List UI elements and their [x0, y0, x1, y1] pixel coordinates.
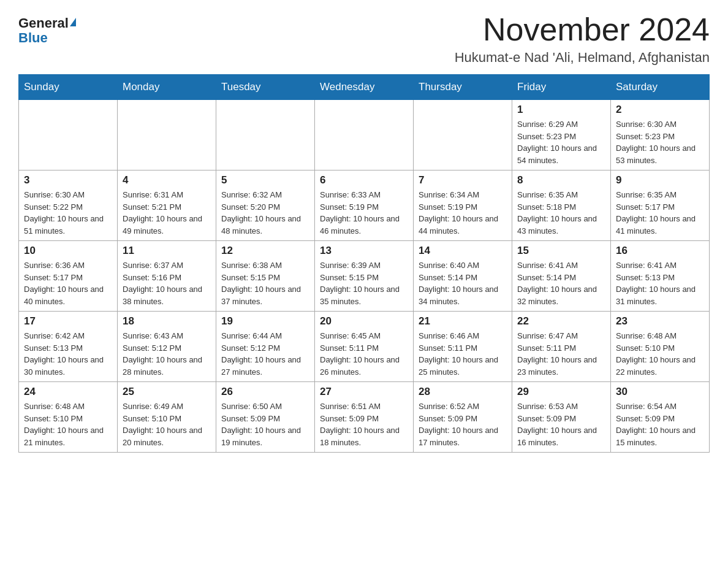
calendar-cell: 22Sunrise: 6:47 AM Sunset: 5:11 PM Dayli…	[512, 312, 611, 382]
calendar-cell: 27Sunrise: 6:51 AM Sunset: 5:09 PM Dayli…	[315, 382, 414, 453]
calendar-cell	[216, 100, 315, 170]
day-info: Sunrise: 6:41 AM Sunset: 5:14 PM Dayligh…	[517, 259, 605, 307]
day-info: Sunrise: 6:45 AM Sunset: 5:11 PM Dayligh…	[320, 330, 408, 378]
logo: General Blue	[18, 12, 76, 45]
logo-blue-text: Blue	[18, 31, 48, 45]
day-number: 20	[320, 315, 408, 327]
day-info: Sunrise: 6:40 AM Sunset: 5:14 PM Dayligh…	[419, 259, 507, 307]
calendar-cell: 14Sunrise: 6:40 AM Sunset: 5:14 PM Dayli…	[414, 241, 512, 312]
title-block: November 2024 Hukumat-e Nad 'Ali, Helman…	[455, 12, 710, 66]
day-number: 3	[24, 174, 112, 186]
day-number: 19	[221, 315, 309, 327]
day-number: 11	[123, 245, 211, 257]
day-number: 30	[616, 386, 704, 398]
day-number: 10	[24, 245, 112, 257]
day-info: Sunrise: 6:44 AM Sunset: 5:12 PM Dayligh…	[221, 330, 309, 378]
calendar-cell: 5Sunrise: 6:32 AM Sunset: 5:20 PM Daylig…	[216, 170, 315, 241]
day-number: 4	[123, 174, 211, 186]
calendar-cell: 17Sunrise: 6:42 AM Sunset: 5:13 PM Dayli…	[19, 312, 118, 382]
day-info: Sunrise: 6:31 AM Sunset: 5:21 PM Dayligh…	[123, 189, 211, 237]
calendar-cell: 6Sunrise: 6:33 AM Sunset: 5:19 PM Daylig…	[315, 170, 414, 241]
day-info: Sunrise: 6:42 AM Sunset: 5:13 PM Dayligh…	[24, 330, 112, 378]
calendar-cell: 26Sunrise: 6:50 AM Sunset: 5:09 PM Dayli…	[216, 382, 315, 453]
calendar-cell: 20Sunrise: 6:45 AM Sunset: 5:11 PM Dayli…	[315, 312, 414, 382]
day-info: Sunrise: 6:50 AM Sunset: 5:09 PM Dayligh…	[221, 400, 309, 448]
day-info: Sunrise: 6:51 AM Sunset: 5:09 PM Dayligh…	[320, 400, 408, 448]
day-number: 6	[320, 174, 408, 186]
day-info: Sunrise: 6:35 AM Sunset: 5:18 PM Dayligh…	[517, 189, 605, 237]
day-number: 12	[221, 245, 309, 257]
day-of-week-header: Saturday	[611, 75, 710, 100]
calendar-cell: 10Sunrise: 6:36 AM Sunset: 5:17 PM Dayli…	[19, 241, 118, 312]
calendar-week-row: 3Sunrise: 6:30 AM Sunset: 5:22 PM Daylig…	[19, 170, 710, 241]
calendar-cell: 8Sunrise: 6:35 AM Sunset: 5:18 PM Daylig…	[512, 170, 611, 241]
calendar-header-row: SundayMondayTuesdayWednesdayThursdayFrid…	[19, 75, 710, 100]
day-info: Sunrise: 6:54 AM Sunset: 5:09 PM Dayligh…	[616, 400, 704, 448]
day-info: Sunrise: 6:30 AM Sunset: 5:23 PM Dayligh…	[616, 118, 704, 166]
calendar-cell	[315, 100, 414, 170]
location-subtitle: Hukumat-e Nad 'Ali, Helmand, Afghanistan	[455, 50, 710, 66]
calendar-cell: 11Sunrise: 6:37 AM Sunset: 5:16 PM Dayli…	[118, 241, 216, 312]
day-info: Sunrise: 6:48 AM Sunset: 5:10 PM Dayligh…	[24, 400, 112, 448]
day-info: Sunrise: 6:47 AM Sunset: 5:11 PM Dayligh…	[517, 330, 605, 378]
day-number: 25	[123, 386, 211, 398]
day-info: Sunrise: 6:29 AM Sunset: 5:23 PM Dayligh…	[517, 118, 605, 166]
calendar-cell	[118, 100, 216, 170]
calendar-cell: 29Sunrise: 6:53 AM Sunset: 5:09 PM Dayli…	[512, 382, 611, 453]
day-number: 8	[517, 174, 605, 186]
day-info: Sunrise: 6:34 AM Sunset: 5:19 PM Dayligh…	[419, 189, 507, 237]
day-of-week-header: Thursday	[414, 75, 512, 100]
calendar-cell: 12Sunrise: 6:38 AM Sunset: 5:15 PM Dayli…	[216, 241, 315, 312]
logo-triangle-icon	[70, 18, 76, 26]
day-number: 14	[419, 245, 507, 257]
day-info: Sunrise: 6:33 AM Sunset: 5:19 PM Dayligh…	[320, 189, 408, 237]
calendar-cell	[19, 100, 118, 170]
day-number: 26	[221, 386, 309, 398]
day-of-week-header: Sunday	[19, 75, 118, 100]
day-number: 21	[419, 315, 507, 327]
calendar-week-row: 24Sunrise: 6:48 AM Sunset: 5:10 PM Dayli…	[19, 382, 710, 453]
calendar-week-row: 17Sunrise: 6:42 AM Sunset: 5:13 PM Dayli…	[19, 312, 710, 382]
calendar-cell: 24Sunrise: 6:48 AM Sunset: 5:10 PM Dayli…	[19, 382, 118, 453]
day-info: Sunrise: 6:30 AM Sunset: 5:22 PM Dayligh…	[24, 189, 112, 237]
day-info: Sunrise: 6:41 AM Sunset: 5:13 PM Dayligh…	[616, 259, 704, 307]
calendar-cell: 2Sunrise: 6:30 AM Sunset: 5:23 PM Daylig…	[611, 100, 710, 170]
calendar-cell: 15Sunrise: 6:41 AM Sunset: 5:14 PM Dayli…	[512, 241, 611, 312]
day-number: 2	[616, 104, 704, 116]
day-number: 7	[419, 174, 507, 186]
day-info: Sunrise: 6:43 AM Sunset: 5:12 PM Dayligh…	[123, 330, 211, 378]
calendar-cell: 16Sunrise: 6:41 AM Sunset: 5:13 PM Dayli…	[611, 241, 710, 312]
day-info: Sunrise: 6:36 AM Sunset: 5:17 PM Dayligh…	[24, 259, 112, 307]
day-info: Sunrise: 6:38 AM Sunset: 5:15 PM Dayligh…	[221, 259, 309, 307]
calendar-cell: 13Sunrise: 6:39 AM Sunset: 5:15 PM Dayli…	[315, 241, 414, 312]
day-info: Sunrise: 6:52 AM Sunset: 5:09 PM Dayligh…	[419, 400, 507, 448]
calendar-cell: 25Sunrise: 6:49 AM Sunset: 5:10 PM Dayli…	[118, 382, 216, 453]
day-number: 17	[24, 315, 112, 327]
calendar-cell: 4Sunrise: 6:31 AM Sunset: 5:21 PM Daylig…	[118, 170, 216, 241]
calendar-week-row: 10Sunrise: 6:36 AM Sunset: 5:17 PM Dayli…	[19, 241, 710, 312]
calendar-cell: 18Sunrise: 6:43 AM Sunset: 5:12 PM Dayli…	[118, 312, 216, 382]
calendar-cell: 9Sunrise: 6:35 AM Sunset: 5:17 PM Daylig…	[611, 170, 710, 241]
calendar-cell: 7Sunrise: 6:34 AM Sunset: 5:19 PM Daylig…	[414, 170, 512, 241]
logo-general-text: General	[18, 16, 69, 31]
day-of-week-header: Tuesday	[216, 75, 315, 100]
calendar-cell: 28Sunrise: 6:52 AM Sunset: 5:09 PM Dayli…	[414, 382, 512, 453]
day-number: 18	[123, 315, 211, 327]
calendar-cell: 1Sunrise: 6:29 AM Sunset: 5:23 PM Daylig…	[512, 100, 611, 170]
day-of-week-header: Friday	[512, 75, 611, 100]
calendar-cell	[414, 100, 512, 170]
day-of-week-header: Monday	[118, 75, 216, 100]
day-number: 29	[517, 386, 605, 398]
day-number: 24	[24, 386, 112, 398]
day-info: Sunrise: 6:39 AM Sunset: 5:15 PM Dayligh…	[320, 259, 408, 307]
day-number: 9	[616, 174, 704, 186]
day-info: Sunrise: 6:37 AM Sunset: 5:16 PM Dayligh…	[123, 259, 211, 307]
day-number: 15	[517, 245, 605, 257]
day-number: 13	[320, 245, 408, 257]
page-header: General Blue November 2024 Hukumat-e Nad…	[18, 12, 710, 66]
day-of-week-header: Wednesday	[315, 75, 414, 100]
calendar-cell: 3Sunrise: 6:30 AM Sunset: 5:22 PM Daylig…	[19, 170, 118, 241]
day-number: 28	[419, 386, 507, 398]
day-number: 23	[616, 315, 704, 327]
day-info: Sunrise: 6:53 AM Sunset: 5:09 PM Dayligh…	[517, 400, 605, 448]
